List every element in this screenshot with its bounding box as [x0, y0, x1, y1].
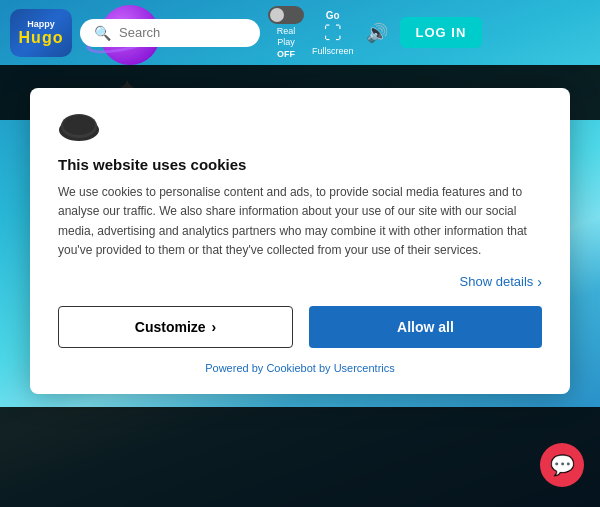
login-button[interactable]: LOG IN [400, 17, 483, 48]
logo-hugo-text: Hugo [19, 29, 64, 47]
real-play-toggle-area: Real Play OFF [268, 6, 304, 60]
cookiebot-logo-icon [58, 112, 100, 142]
toggle-knob [270, 8, 284, 22]
real-play-toggle[interactable] [268, 6, 304, 24]
logo-box: Happy Hugo [10, 9, 72, 57]
search-input[interactable] [119, 25, 246, 40]
show-details-arrow-icon: › [537, 274, 542, 290]
customize-label: Customize [135, 319, 206, 335]
fullscreen-button[interactable]: Go ⛶ Fullscreen [312, 10, 354, 56]
cookie-body-text: We use cookies to personalise content an… [58, 183, 542, 260]
chat-icon: 💬 [550, 453, 575, 477]
cookie-logo [58, 112, 542, 146]
modal-overlay: This website uses cookies We use cookies… [0, 55, 600, 427]
logo-happy-text: Happy [27, 19, 55, 29]
customize-button[interactable]: Customize › [58, 306, 293, 348]
go-text: Go [326, 10, 340, 21]
search-icon: 🔍 [94, 25, 111, 41]
cookie-title: This website uses cookies [58, 156, 542, 173]
svg-point-2 [63, 115, 95, 135]
powered-by: Powered by Cookiebot by Usercentrics [58, 362, 542, 374]
show-details-row: Show details › [58, 274, 542, 290]
fullscreen-text: Fullscreen [312, 46, 354, 56]
powered-by-link: Cookiebot by Usercentrics [266, 362, 394, 374]
toggle-label: Real Play [277, 26, 296, 48]
allow-all-button[interactable]: Allow all [309, 306, 542, 348]
sound-icon[interactable]: 🔊 [366, 22, 388, 44]
powered-by-prefix: Powered by [205, 362, 266, 374]
fullscreen-icon: ⛶ [324, 23, 342, 44]
logo-area: Happy Hugo [10, 9, 72, 57]
chat-button[interactable]: 💬 [540, 443, 584, 487]
show-details-link[interactable]: Show details › [460, 274, 542, 290]
cookie-buttons-row: Customize › Allow all [58, 306, 542, 348]
cookie-modal: This website uses cookies We use cookies… [30, 88, 570, 394]
show-details-label: Show details [460, 274, 534, 289]
search-bar: 🔍 [80, 19, 260, 47]
customize-arrow-icon: › [212, 319, 217, 335]
